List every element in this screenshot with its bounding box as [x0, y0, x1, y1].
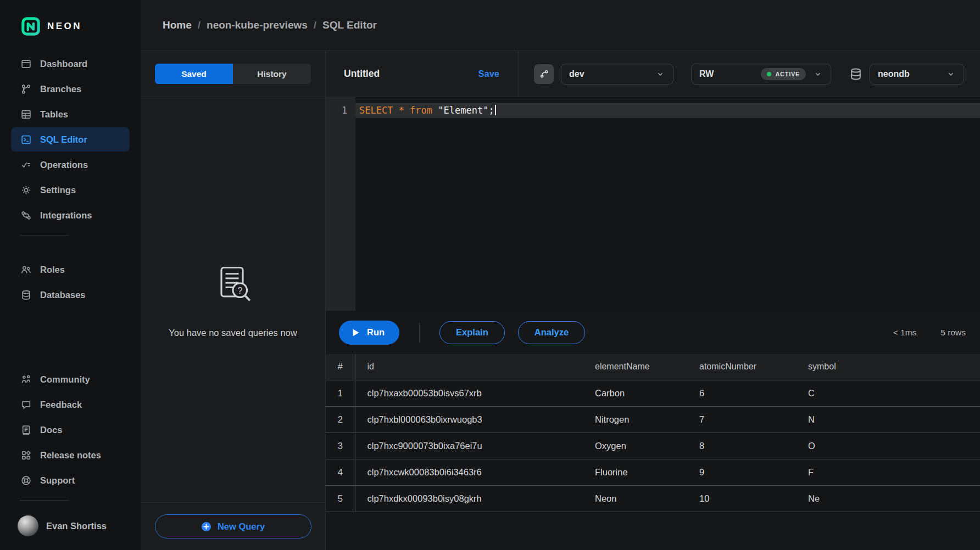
tab-history[interactable]: History	[233, 64, 311, 84]
sidebar-item-tables[interactable]: Tables	[11, 102, 130, 126]
integrations-icon	[20, 210, 32, 221]
sidebar-item-support[interactable]: Support	[11, 468, 130, 492]
database-select[interactable]: neondb	[870, 64, 964, 85]
branch-select[interactable]: dev	[561, 64, 673, 85]
brand-name: NEON	[47, 21, 82, 32]
avatar	[18, 515, 38, 536]
compute-select[interactable]: RW ACTIVE	[691, 64, 831, 85]
column-header: #	[326, 354, 355, 380]
empty-queries-icon: ?	[210, 262, 256, 308]
table-cell: Carbon	[583, 380, 687, 406]
sidebar-item-operations[interactable]: Operations	[11, 153, 130, 177]
sidebar-nav-main: Dashboard Branches Tables SQL Editor Ope…	[11, 52, 130, 228]
code-line: SELECT * from "Element";	[359, 103, 980, 118]
column-header: atomicNumber	[687, 354, 796, 380]
table-cell: 4	[326, 459, 355, 485]
breadcrumb-separator: /	[314, 19, 316, 31]
sql-editor-surface[interactable]: 1 SELECT * from "Element";	[326, 97, 980, 311]
breadcrumb-home-link[interactable]: Home	[163, 19, 192, 31]
sidebar-item-label: Docs	[40, 425, 62, 435]
databases-icon	[20, 289, 32, 301]
chevron-down-icon	[813, 69, 823, 79]
gear-icon	[20, 184, 32, 196]
new-query-label: New Query	[218, 521, 265, 532]
sidebar-item-integrations[interactable]: Integrations	[11, 203, 130, 227]
sidebar-nav-footer: Community Feedback Docs Release notes Su…	[11, 367, 130, 493]
content-area: Home / neon-kube-previews / SQL Editor S…	[141, 0, 980, 550]
table-cell: 10	[687, 485, 796, 512]
sidebar-item-label: Databases	[40, 290, 86, 300]
sidebar-spacer	[0, 308, 141, 367]
sidebar-item-sql-editor[interactable]: SQL Editor	[11, 127, 130, 151]
branch-chip[interactable]	[534, 64, 554, 84]
analyze-button[interactable]: Analyze	[518, 321, 585, 344]
editor-header: Untitled Save dev RW	[326, 51, 980, 97]
neon-logo-icon	[21, 16, 41, 36]
sidebar-item-release-notes[interactable]: Release notes	[11, 443, 130, 467]
table-cell: clp7hxdkx00093b0isy08gkrh	[355, 485, 583, 512]
breadcrumb-current-page: SQL Editor	[322, 19, 377, 31]
column-header: symbol	[796, 354, 980, 380]
brand[interactable]: NEON	[0, 0, 141, 36]
table-cell: clp7hxcwk00083b0i6i3463r6	[355, 459, 583, 485]
tab-saved[interactable]: Saved	[155, 64, 233, 84]
sidebar-item-roles[interactable]: Roles	[11, 257, 130, 282]
sidebar-item-label: Tables	[40, 109, 68, 120]
table-cell: O	[796, 433, 980, 459]
dashboard-icon	[20, 58, 32, 70]
sidebar-item-label: Branches	[40, 84, 81, 94]
save-query-button[interactable]: Save	[478, 69, 499, 79]
queries-panel-header: Saved History	[141, 51, 325, 97]
queries-panel-footer: New Query	[141, 502, 325, 550]
code-area[interactable]: SELECT * from "Element";	[355, 97, 980, 311]
explain-button[interactable]: Explain	[439, 321, 505, 344]
branch-select-value: dev	[569, 69, 584, 79]
user-menu[interactable]: Evan Shortiss	[11, 514, 130, 538]
results-table: #idelementNameatomicNumbersymbol 1clp7hx…	[326, 354, 980, 512]
table-cell: Neon	[583, 485, 687, 512]
editor-gutter: 1	[326, 97, 355, 311]
database-icon	[849, 67, 863, 81]
sidebar-item-label: Support	[40, 475, 75, 486]
table-cell: N	[796, 406, 980, 433]
community-icon	[20, 374, 32, 385]
table-cell: 5	[326, 485, 355, 512]
sidebar-item-settings[interactable]: Settings	[11, 178, 130, 202]
topbar: Home / neon-kube-previews / SQL Editor	[141, 0, 980, 51]
table-cell: clp7hxaxb00053b0isvs67xrb	[355, 380, 583, 406]
support-icon	[20, 475, 32, 486]
status-label: ACTIVE	[775, 71, 800, 77]
workspace: Saved History ? You have no	[141, 51, 980, 550]
sidebar: NEON Dashboard Branches Tables SQL Edito…	[0, 0, 141, 550]
run-button[interactable]: Run	[339, 321, 399, 345]
query-row-count: 5 rows	[940, 328, 966, 338]
toolbar-divider	[419, 323, 420, 343]
sidebar-item-label: Community	[40, 374, 90, 385]
sidebar-item-community[interactable]: Community	[11, 367, 130, 391]
table-cell: Ne	[796, 485, 980, 512]
query-status: < 1ms 5 rows	[893, 328, 966, 338]
results-panel: #idelementNameatomicNumbersymbol 1clp7hx…	[326, 354, 980, 550]
new-query-button[interactable]: New Query	[155, 514, 311, 538]
table-cell: C	[796, 380, 980, 406]
table-row: 4clp7hxcwk00083b0i6i3463r6Fluorine9F	[326, 459, 980, 485]
table-cell: clp7hxc9000073b0ixa76ei7u	[355, 433, 583, 459]
sidebar-item-label: Release notes	[40, 450, 101, 461]
breadcrumb-project-link[interactable]: neon-kube-previews	[207, 19, 308, 31]
empty-queries-message: You have no saved queries now	[169, 328, 297, 338]
queries-tabs: Saved History	[155, 64, 311, 84]
sidebar-item-dashboard[interactable]: Dashboard	[11, 52, 130, 76]
sidebar-item-databases[interactable]: Databases	[11, 283, 130, 307]
sidebar-item-branches[interactable]: Branches	[11, 77, 130, 101]
branch-icon	[539, 69, 549, 79]
table-cell: F	[796, 459, 980, 485]
operations-icon	[20, 159, 32, 171]
sidebar-item-feedback[interactable]: Feedback	[11, 392, 130, 417]
sidebar-item-docs[interactable]: Docs	[11, 418, 130, 442]
sidebar-item-label: Dashboard	[40, 59, 87, 69]
docs-icon	[20, 424, 32, 436]
table-cell: 7	[687, 406, 796, 433]
breadcrumb-separator: /	[198, 19, 201, 31]
tables-icon	[20, 109, 32, 120]
play-icon	[352, 328, 360, 337]
